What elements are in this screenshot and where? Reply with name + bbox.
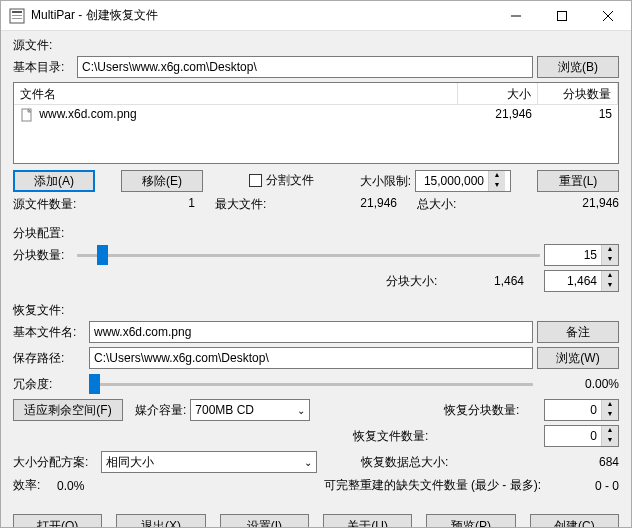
rec-file-spinner[interactable]: ▲▼ [544,425,619,447]
col-blocks[interactable]: 分块数量 [538,83,618,104]
split-checkbox[interactable] [249,174,262,187]
spin-down-icon[interactable]: ▼ [602,281,618,291]
spin-up-icon[interactable]: ▲ [602,245,618,255]
size-limit-spinner[interactable]: ▲▼ [415,170,511,192]
exit-button[interactable]: 退出(X) [116,514,205,528]
list-item[interactable]: www.x6d.com.png 21,946 15 [14,105,618,125]
spin-down-icon[interactable]: ▼ [489,181,505,191]
scheme-select[interactable]: 相同大小⌄ [101,451,317,473]
block-size-spinner[interactable]: ▲▼ [544,270,619,292]
minimize-button[interactable] [493,1,539,31]
base-filename-input[interactable] [89,321,533,343]
block-count-slider[interactable] [77,244,540,266]
stat-count-value: 1 [87,196,215,213]
media-select[interactable]: 700MB CD⌄ [190,399,310,421]
block-size-value: 1,464 [450,274,540,288]
split-label: 分割文件 [266,172,314,189]
svg-rect-1 [12,11,22,13]
efficiency-value: 0.0% [57,479,117,493]
spin-down-icon[interactable]: ▼ [602,436,618,446]
source-header: 源文件: [13,37,619,54]
base-dir-label: 基本目录: [13,59,73,76]
stat-total-label: 总大小: [417,196,491,213]
fit-free-button[interactable]: 适应剩余空间(F) [13,399,123,421]
stat-max-value: 21,946 [289,196,417,213]
close-button[interactable] [585,1,631,31]
window-title: MultiPar - 创建恢复文件 [31,7,493,24]
chevron-down-icon: ⌄ [304,457,312,468]
spin-up-icon[interactable]: ▲ [602,426,618,436]
create-button[interactable]: 创建(C) [530,514,619,528]
redundancy-pct: 0.00% [537,377,619,391]
rec-total-value: 684 [475,455,619,469]
stat-total-value: 21,946 [491,196,619,213]
remove-button[interactable]: 移除(E) [121,170,203,192]
spin-up-icon[interactable]: ▲ [489,171,505,181]
file-icon [20,108,34,122]
options-button[interactable]: 设置(I) [220,514,309,528]
block-count-spinner[interactable]: ▲▼ [544,244,619,266]
chevron-down-icon: ⌄ [297,405,305,416]
add-button[interactable]: 添加(A) [13,170,95,192]
redundancy-slider[interactable] [89,373,533,395]
base-filename-label: 基本文件名: [13,324,85,341]
recovery-header: 恢复文件: [13,302,619,319]
about-button[interactable]: 关于(U) [323,514,412,528]
rebuild-label: 可完整重建的缺失文件数量 (最少 - 最多): [324,478,541,492]
app-icon [9,8,25,24]
block-size-label: 分块大小: [386,273,446,290]
media-label: 媒介容量: [135,402,186,419]
file-name: www.x6d.com.png [39,107,136,121]
browse-save-button[interactable]: 浏览(W) [537,347,619,369]
browse-base-button[interactable]: 浏览(B) [537,56,619,78]
redundancy-label: 冗余度: [13,376,85,393]
rec-file-label: 恢复文件数量: [353,428,449,445]
base-dir-input[interactable] [77,56,533,78]
save-path-input[interactable] [89,347,533,369]
spin-down-icon[interactable]: ▼ [602,255,618,265]
file-size: 21,946 [458,105,538,125]
size-limit-label: 大小限制: [360,173,411,190]
save-path-label: 保存路径: [13,350,85,367]
file-listview[interactable]: 文件名 大小 分块数量 www.x6d.com.png 21,946 15 [13,82,619,164]
svg-rect-5 [558,11,567,20]
efficiency-label: 效率: [13,477,53,494]
svg-rect-3 [12,18,22,19]
maximize-button[interactable] [539,1,585,31]
rec-total-label: 恢复数据总大小: [361,454,471,471]
file-blocks: 15 [538,105,618,125]
svg-rect-2 [12,15,22,16]
spin-down-icon[interactable]: ▼ [602,410,618,420]
spin-up-icon[interactable]: ▲ [602,400,618,410]
reset-button[interactable]: 重置(L) [537,170,619,192]
rec-block-label: 恢复分块数量: [444,402,540,419]
rebuild-value: 0 - 0 [545,479,619,493]
rec-block-spinner[interactable]: ▲▼ [544,399,619,421]
col-size[interactable]: 大小 [458,83,538,104]
open-button[interactable]: 打开(O) [13,514,102,528]
spin-up-icon[interactable]: ▲ [602,271,618,281]
preview-button[interactable]: 预览(P) [426,514,515,528]
scheme-label: 大小分配方案: [13,454,97,471]
stat-max-label: 最大文件: [215,196,289,213]
stat-count-label: 源文件数量: [13,196,87,213]
block-header: 分块配置: [13,225,619,242]
block-count-label: 分块数量: [13,247,73,264]
note-button[interactable]: 备注 [537,321,619,343]
col-filename[interactable]: 文件名 [14,83,458,104]
